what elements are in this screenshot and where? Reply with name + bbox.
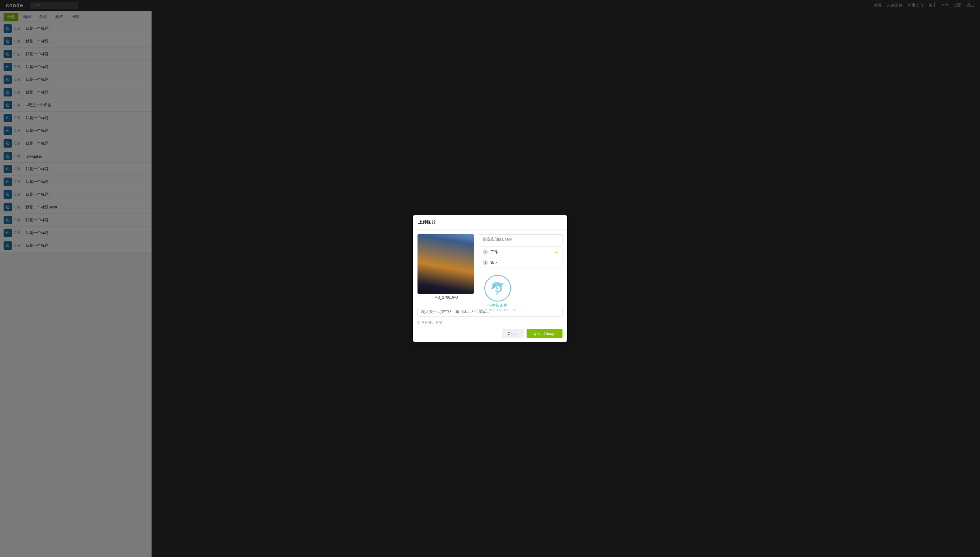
modal-body: IMG_2786.JPG ℹ 工作 ✓ ℹ 家人 (413, 230, 567, 305)
board-check-icon: ✓ (555, 249, 559, 255)
modal-title: 上传图片 (413, 215, 567, 230)
board-search-input[interactable] (479, 234, 562, 244)
board-name: 家人 (490, 260, 559, 265)
board-item-0[interactable]: ℹ 工作 ✓ (479, 247, 562, 257)
modal-description (413, 305, 567, 319)
tags-label: 分享标签、素材 (413, 319, 567, 325)
close-button[interactable]: Close (502, 329, 524, 338)
board-icon: ℹ (483, 249, 488, 255)
modal-footer: Close Upload Image (413, 325, 567, 342)
board-name: 工作 (490, 249, 552, 255)
preview-image-container (418, 234, 474, 294)
description-input[interactable] (418, 307, 562, 316)
upload-image-button[interactable]: Upload Image (526, 329, 562, 338)
board-icon: ℹ (483, 260, 488, 265)
upload-image-modal: 上传图片 IMG_2786.JPG ℹ 工作 ✓ ℹ 家人 (413, 215, 567, 342)
preview-image-display (418, 234, 474, 294)
board-item-1[interactable]: ℹ 家人 (479, 257, 562, 267)
modal-backdrop[interactable]: 上传图片 IMG_2786.JPG ℹ 工作 ✓ ℹ 家人 (0, 0, 980, 557)
modal-boards-panel: ℹ 工作 ✓ ℹ 家人 (479, 234, 562, 300)
modal-image-preview: IMG_2786.JPG (418, 234, 474, 300)
board-list: ℹ 工作 ✓ ℹ 家人 (479, 246, 562, 268)
preview-filename: IMG_2786.JPG (418, 295, 474, 300)
